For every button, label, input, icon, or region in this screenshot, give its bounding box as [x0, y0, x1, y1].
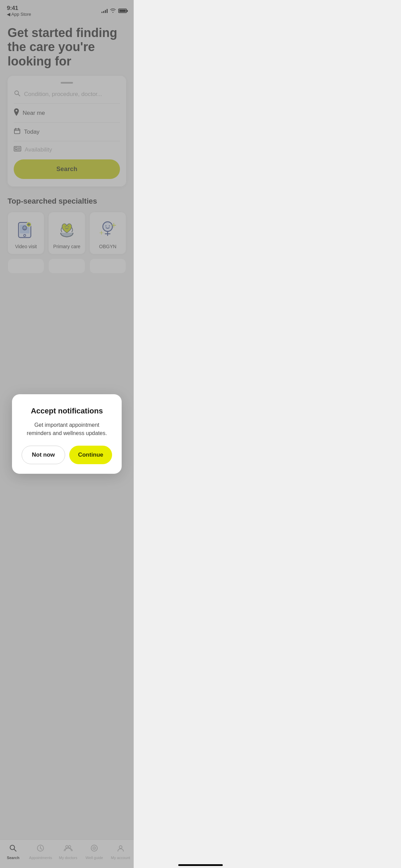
notification-overlay: Accept notifications Get important appoi…: [0, 0, 134, 289]
